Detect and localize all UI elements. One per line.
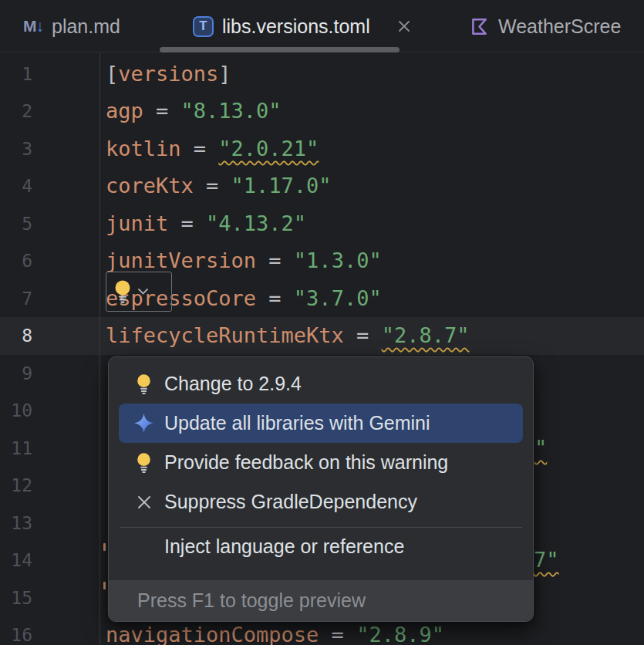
menu-item-label: Update all libraries with Gemini: [164, 412, 430, 434]
code-token: "2.8.9": [356, 623, 444, 645]
line-number[interactable]: 11: [0, 430, 32, 468]
code-line[interactable]: agp = "8.13.0": [106, 93, 469, 130]
code-token: "2.8.7": [382, 323, 470, 347]
chevron-down-icon: [137, 288, 149, 295]
code-token: ]: [218, 62, 231, 86]
line-number[interactable]: 10: [0, 392, 32, 430]
menu-item-label: Suppress GradleDependency: [164, 491, 417, 513]
code-token: "2.0.21": [218, 137, 319, 160]
editor-tab-bar: M↓ plan.md T libs.versions.toml WeatherS…: [0, 0, 644, 52]
code-fragment: 7": [534, 542, 559, 579]
code-token: =: [143, 99, 181, 123]
intention-popup: Change to 2.9.4 Update all libraries wit…: [108, 356, 534, 622]
code-token: "1.3.0": [294, 248, 382, 272]
code-token: junitVersion: [106, 248, 256, 272]
line-number[interactable]: 4: [0, 167, 32, 205]
code-token: agp: [106, 99, 143, 123]
close-tab-icon[interactable]: [397, 19, 411, 33]
code-token: navigationCompose: [106, 623, 319, 645]
tab-weatherscreen[interactable]: WeatherScree: [469, 0, 621, 52]
line-number[interactable]: 5: [0, 205, 32, 243]
line-number[interactable]: 12: [0, 467, 32, 505]
code-editor[interactable]: 12345678910111213141516 [versions]agp = …: [0, 53, 644, 645]
intention-bulb-widget[interactable]: [106, 272, 172, 312]
line-number[interactable]: 1: [0, 56, 32, 93]
code-token: =: [344, 323, 382, 347]
line-number[interactable]: 6: [0, 242, 32, 280]
code-token: [: [106, 62, 118, 86]
intention-popup-list: Change to 2.9.4 Update all libraries wit…: [109, 357, 533, 565]
menu-item-update-with-gemini[interactable]: Update all libraries with Gemini: [119, 404, 523, 443]
code-token: =: [256, 248, 294, 272]
line-number[interactable]: 9: [0, 355, 32, 393]
tab-scrollbar-thumb[interactable]: [160, 47, 400, 52]
lightbulb-icon: [133, 452, 154, 474]
gutter-line-numbers[interactable]: 12345678910111213141516: [0, 56, 32, 645]
code-token: =: [319, 623, 356, 645]
line-number[interactable]: 13: [0, 505, 32, 542]
code-token: =: [194, 174, 231, 198]
code-fragment: ": [534, 430, 547, 468]
line-number[interactable]: 14: [0, 542, 32, 579]
code-token: lifecycleRuntimeKtx: [106, 323, 344, 347]
code-line[interactable]: coreKtx = "1.17.0": [106, 167, 469, 205]
menu-item-label: Provide feedback on this warning: [164, 451, 448, 474]
code-line[interactable]: kotlin = "2.0.21": [106, 130, 469, 168]
close-x-icon: [133, 495, 154, 510]
line-number[interactable]: 16: [0, 616, 32, 645]
code-token: coreKtx: [106, 174, 194, 198]
menu-item-label: Inject language or reference: [164, 535, 404, 558]
code-line[interactable]: [versions]: [106, 56, 469, 93]
ide-window: M↓ plan.md T libs.versions.toml WeatherS…: [0, 0, 644, 645]
tab-libs-versions-toml[interactable]: T libs.versions.toml: [193, 0, 411, 52]
code-token: =: [256, 286, 294, 310]
menu-item-label: Change to 2.9.4: [164, 373, 302, 395]
line-number[interactable]: 2: [0, 93, 32, 130]
code-token: "4.13.2": [206, 211, 306, 235]
code-token: junit: [106, 211, 168, 235]
menu-item-provide-feedback[interactable]: Provide feedback on this warning: [109, 443, 533, 482]
tab-plan-md[interactable]: M↓ plan.md: [23, 0, 120, 52]
menu-item-change-version[interactable]: Change to 2.9.4: [109, 364, 533, 404]
line-number[interactable]: 8: [0, 317, 32, 355]
code-sliver: [103, 582, 106, 589]
code-sliver: [103, 543, 106, 551]
menu-item-suppress[interactable]: Suppress GradleDependency: [109, 482, 533, 522]
line-number[interactable]: 15: [0, 579, 32, 617]
tab-label: plan.md: [52, 15, 120, 38]
tab-label: libs.versions.toml: [222, 15, 370, 38]
line-number[interactable]: 7: [0, 280, 32, 318]
code-line[interactable]: junit = "4.13.2": [106, 205, 469, 243]
tab-label: WeatherScree: [498, 15, 621, 38]
footer-hint-text: Press F1 to toggle preview: [137, 589, 366, 612]
gutter-divider: [99, 53, 100, 645]
line-number[interactable]: 3: [0, 130, 32, 168]
code-token: =: [168, 211, 206, 235]
markdown-file-icon: M↓: [23, 17, 43, 35]
toml-file-icon: T: [193, 16, 214, 37]
lightbulb-icon: [113, 279, 132, 304]
popup-footer-hint: Press F1 to toggle preview: [109, 580, 533, 621]
kotlin-file-icon: [469, 16, 490, 37]
lightbulb-icon: [133, 373, 154, 395]
code-token: =: [181, 137, 219, 160]
gemini-sparkle-icon: [133, 413, 154, 434]
code-line[interactable]: lifecycleRuntimeKtx = "2.8.7": [106, 317, 469, 355]
code-token: kotlin: [106, 137, 181, 160]
code-token: "3.7.0": [294, 286, 382, 310]
menu-item-inject-language[interactable]: Inject language or reference: [109, 528, 533, 565]
code-token: "8.13.0": [181, 99, 282, 123]
code-token: versions: [118, 62, 218, 86]
code-token: "1.17.0": [231, 174, 332, 198]
